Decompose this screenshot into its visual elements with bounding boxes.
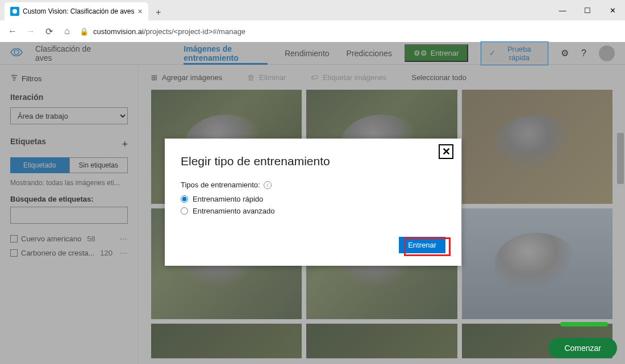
url-host: customvision.ai — [93, 27, 144, 36]
close-icon[interactable]: ✕ — [439, 144, 453, 159]
address-bar: ← → ⟳ ⌂ 🔒 customvision.ai/projects/<proj… — [0, 20, 625, 42]
progress-bar — [560, 322, 608, 327]
radio-input[interactable] — [181, 195, 188, 203]
reload-button[interactable]: ⟳ — [43, 26, 55, 37]
window-controls: — ☐ ✕ — [550, 0, 625, 20]
radio-advanced-label: Entrenamiento avanzado — [193, 207, 275, 215]
home-button[interactable]: ⌂ — [61, 26, 73, 37]
modal-train-button[interactable]: Entrenar — [399, 237, 445, 253]
tab-bar: Custom Vision: Clasificación de aves × +… — [0, 0, 625, 20]
radio-advanced-training[interactable]: Entrenamiento avanzado — [181, 207, 445, 215]
favicon-icon — [10, 7, 19, 16]
tab-title: Custom Vision: Clasificación de aves — [23, 7, 135, 15]
radio-input[interactable] — [181, 207, 188, 215]
training-type-modal: ✕ Elegir tipo de entrenamiento Tipos de … — [165, 139, 461, 266]
browser-tab[interactable]: Custom Vision: Clasificación de aves × — [5, 2, 148, 20]
forward-button[interactable]: → — [25, 26, 36, 37]
minimize-icon[interactable]: — — [550, 0, 575, 20]
new-tab-button[interactable]: + — [151, 5, 166, 20]
info-icon[interactable]: i — [264, 181, 272, 189]
radio-quick-label: Entrenamiento rápido — [193, 195, 263, 203]
back-button[interactable]: ← — [7, 26, 18, 37]
url-path: /projects/<project-id>#/manage — [144, 27, 245, 36]
modal-subtitle: Tipos de entrenamiento: i — [181, 181, 445, 189]
url-bar[interactable]: 🔒 customvision.ai/projects/<project-id>#… — [80, 27, 618, 36]
tab-close-icon[interactable]: × — [138, 7, 143, 16]
modal-title: Elegir tipo de entrenamiento — [181, 154, 445, 168]
lock-icon: 🔒 — [80, 27, 89, 36]
radio-quick-training[interactable]: Entrenamiento rápido — [181, 195, 445, 203]
maximize-icon[interactable]: ☐ — [575, 0, 600, 20]
browser-chrome: Custom Vision: Clasificación de aves × +… — [0, 0, 625, 42]
comenzar-button[interactable]: Comenzar — [548, 338, 617, 358]
close-window-icon[interactable]: ✕ — [600, 0, 625, 20]
